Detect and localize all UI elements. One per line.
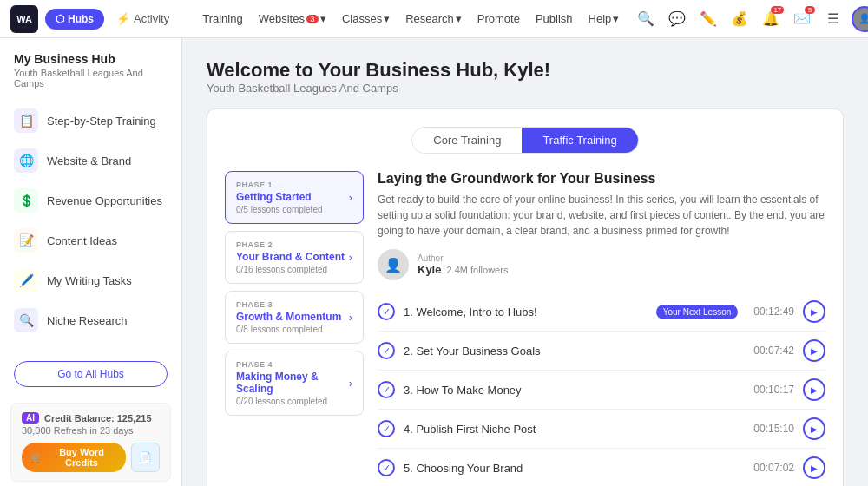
lesson-3-time: 00:10:17 <box>753 384 794 396</box>
lesson-check-1: ✓ <box>378 303 395 320</box>
phase-3-label: PHASE 3 <box>236 300 352 309</box>
chat-button[interactable]: 💬 <box>664 6 690 32</box>
lesson-4-title: 4. Publish First Niche Post <box>404 423 738 436</box>
phase-2-card[interactable]: PHASE 2 Your Brand & Content › 0/16 less… <box>225 231 364 284</box>
nav-research[interactable]: Research ▾ <box>398 9 469 29</box>
lesson-section-title: Laying the Groundwork for Your Business <box>378 171 825 187</box>
lesson-row: ✓ 1. Welcome, Intro to Hubs! Your Next L… <box>378 292 825 332</box>
lesson-row: ✓ 3. How To Make Money 00:10:17 ▶ <box>378 371 825 410</box>
chevron-down-icon: ▾ <box>456 12 462 25</box>
cart-icon: 🛒 <box>30 452 43 463</box>
phase-4-card[interactable]: PHASE 4 Making Money & Scaling › 0/20 le… <box>225 351 364 416</box>
goto-all-hubs-button[interactable]: Go to All Hubs <box>14 361 168 387</box>
lesson-5-title: 5. Choosing Your Brand <box>404 462 738 475</box>
tab-traffic-training[interactable]: Traffic Training <box>522 128 637 153</box>
phase-2-progress: 0/16 lessons completed <box>236 265 352 274</box>
nav-help[interactable]: Help ▾ <box>582 9 627 29</box>
lesson-row: ✓ 2. Set Your Business Goals 00:07:42 ▶ <box>378 332 825 371</box>
phase-4-progress: 0/20 lessons completed <box>236 397 352 406</box>
phase-2-label: PHASE 2 <box>236 240 352 249</box>
lesson-1-title: 1. Welcome, Intro to Hubs! <box>404 305 648 319</box>
user-avatar[interactable]: 👤 <box>852 6 868 32</box>
welcome-subtitle: Youth Basketball Leagues And Camps <box>207 82 844 95</box>
credit-refresh-text: 30,000 Refresh in 23 days <box>22 425 160 436</box>
author-name: Kyle <box>418 263 441 276</box>
nav-links: Training Websites 3 ▾ Classes ▾ Research… <box>195 9 626 29</box>
app-layout: My Business Hub Youth Basketball Leagues… <box>0 38 868 486</box>
lesson-4-play-button[interactable]: ▶ <box>803 417 825 440</box>
credit-buttons: 🛒 Buy Word Credits 📄 <box>22 443 160 472</box>
hubs-icon: ⬡ <box>56 13 64 25</box>
research-icon: 🔍 <box>14 308 38 332</box>
lesson-2-time: 00:07:42 <box>753 345 794 357</box>
phase-1-title: Getting Started <box>236 191 312 203</box>
list-button[interactable]: ☰ <box>820 6 846 32</box>
lesson-2-title: 2. Set Your Business Goals <box>404 345 738 358</box>
nav-websites[interactable]: Websites 3 ▾ <box>252 9 333 29</box>
lesson-3-play-button[interactable]: ▶ <box>803 378 825 401</box>
lesson-row: ✓ 4. Publish First Niche Post 00:15:10 ▶ <box>378 410 825 449</box>
training-icon: 📋 <box>14 108 38 133</box>
wallet-button[interactable]: 💰 <box>727 6 753 32</box>
mail-button[interactable]: ✉️5 <box>789 6 815 32</box>
lesson-check-5: ✓ <box>378 459 395 476</box>
buy-credits-button[interactable]: 🛒 Buy Word Credits <box>22 443 126 472</box>
lesson-5-play-button[interactable]: ▶ <box>803 456 825 479</box>
training-card: Core Training Traffic Training PHASE 1 G… <box>207 108 844 486</box>
nav-publish[interactable]: Publish <box>529 9 580 29</box>
author-label: Author <box>418 253 508 263</box>
chevron-right-icon: › <box>349 311 352 324</box>
welcome-title: Welcome to Your Business Hub, Kyle! <box>207 59 844 82</box>
doc-button[interactable]: 📄 <box>131 443 160 472</box>
sidebar-item-writing-tasks[interactable]: 🖊️ My Writing Tasks <box>0 260 181 300</box>
bell-button[interactable]: 🔔17 <box>758 6 784 32</box>
revenue-icon: 💲 <box>14 188 38 213</box>
sidebar-item-website-brand[interactable]: 🌐 Website & Brand <box>0 141 181 181</box>
writing-icon: 🖊️ <box>14 268 38 292</box>
phase-4-title: Making Money & Scaling <box>236 371 349 395</box>
lesson-4-time: 00:15:10 <box>753 423 794 435</box>
lesson-section-desc: Get ready to build the core of your onli… <box>378 192 825 239</box>
nav-training[interactable]: Training <box>195 9 249 29</box>
author-info: Author Kyle 2.4M followers <box>418 253 508 276</box>
search-button[interactable]: 🔍 <box>633 6 659 32</box>
content-icon: 📝 <box>14 228 38 253</box>
lesson-check-3: ✓ <box>378 381 395 398</box>
chevron-down-icon: ▾ <box>384 12 390 25</box>
hub-title: My Business Hub <box>0 52 181 66</box>
activity-link[interactable]: ⚡ Activity <box>111 9 174 29</box>
sidebar-item-training[interactable]: 📋 Step-by-Step Training <box>0 101 181 141</box>
ai-label: AI Credit Balance: 125,215 <box>22 412 160 424</box>
hubs-button[interactable]: ⬡ Hubs <box>45 9 104 30</box>
phase-4-label: PHASE 4 <box>236 360 352 369</box>
chevron-right-icon: › <box>349 251 352 264</box>
training-layout: PHASE 1 Getting Started › 0/5 lessons co… <box>225 171 825 486</box>
nav-promote[interactable]: Promote <box>470 9 527 29</box>
pencil-button[interactable]: ✏️ <box>695 6 721 32</box>
lesson-check-2: ✓ <box>378 342 395 359</box>
chevron-right-icon: › <box>349 377 352 390</box>
tab-core-training[interactable]: Core Training <box>412 128 522 153</box>
top-navigation: WA ⬡ Hubs ⚡ Activity Training Websites 3… <box>0 0 868 38</box>
phase-1-card[interactable]: PHASE 1 Getting Started › 0/5 lessons co… <box>225 171 364 224</box>
lesson-row: ✓ 5. Choosing Your Brand 00:07:02 ▶ <box>378 449 825 486</box>
lesson-2-play-button[interactable]: ▶ <box>803 339 825 362</box>
sidebar-item-content-ideas[interactable]: 📝 Content Ideas <box>0 220 181 260</box>
hub-subtitle: Youth Basketball Leagues And Camps <box>0 66 181 101</box>
phase-1-label: PHASE 1 <box>236 181 352 189</box>
website-icon: 🌐 <box>14 148 38 173</box>
chevron-right-icon: › <box>349 191 352 204</box>
ai-badge: AI <box>22 412 39 424</box>
main-content: Welcome to Your Business Hub, Kyle! Yout… <box>182 38 868 486</box>
sidebar-item-niche-research[interactable]: 🔍 Niche Research <box>0 300 181 340</box>
lesson-1-play-button[interactable]: ▶ <box>803 300 825 323</box>
author-row: 👤 Author Kyle 2.4M followers <box>378 249 825 280</box>
sidebar: My Business Hub Youth Basketball Leagues… <box>0 38 182 486</box>
wa-logo: WA <box>10 5 38 33</box>
phase-3-card[interactable]: PHASE 3 Growth & Momentum › 0/8 lessons … <box>225 291 364 344</box>
nav-classes[interactable]: Classes ▾ <box>335 9 397 29</box>
lesson-3-title: 3. How To Make Money <box>404 384 738 397</box>
nav-icon-group: 🔍 💬 ✏️ 💰 🔔17 ✉️5 ☰ 👤 <box>633 6 868 32</box>
phase-2-title: Your Brand & Content <box>236 251 345 263</box>
sidebar-item-revenue[interactable]: 💲 Revenue Opportunities <box>0 181 181 220</box>
